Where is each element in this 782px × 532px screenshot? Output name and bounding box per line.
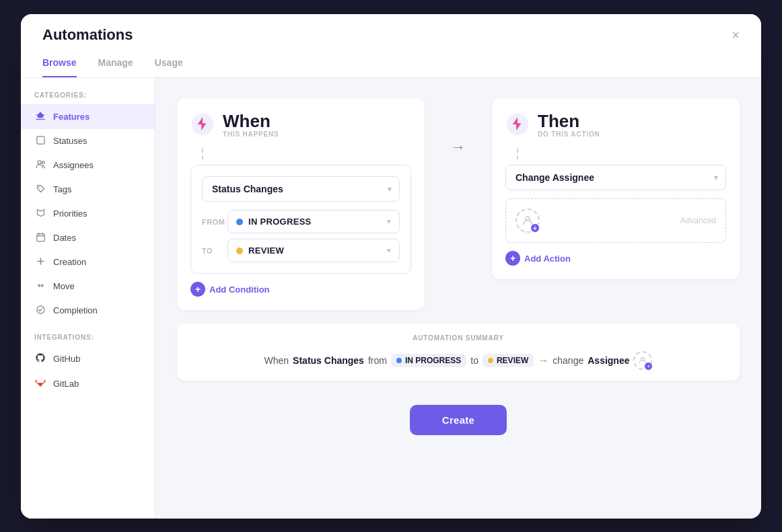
sidebar-label-gitlab: GitLab [53, 379, 79, 389]
assignee-placeholder[interactable]: + [516, 208, 540, 233]
summary-from-prefix: from [368, 355, 387, 366]
summary-assignee: + [633, 351, 652, 370]
sidebar: CATEGORIES: Features Statuses [21, 78, 155, 519]
tags-icon [34, 184, 46, 196]
sidebar-item-tags[interactable]: Tags [21, 178, 155, 202]
when-logo [190, 112, 215, 137]
to-status-select[interactable]: REVIEW ▾ [227, 239, 400, 262]
summary-label: AUTOMATION SUMMARY [193, 334, 723, 342]
sidebar-label-statuses: Statuses [53, 136, 87, 146]
then-title-group: Then DO THIS ACTION [538, 112, 600, 139]
summary-to-prefix: to [470, 355, 478, 366]
summary-from-status: IN PROGRESS [405, 356, 461, 365]
automations-modal: Automations × Browse Manage Usage CATEGO… [21, 14, 761, 519]
summary-from-dot [396, 358, 402, 363]
to-status-dot [236, 248, 243, 254]
integrations-section: INTEGRATIONS: GitHub GitLab [21, 334, 155, 396]
assignee-box: + Advanced [505, 198, 726, 243]
from-status-dot [236, 219, 243, 225]
summary-arrow-icon: → [538, 354, 548, 367]
add-action-icon: + [505, 251, 520, 266]
sidebar-item-move[interactable]: Move [21, 274, 155, 299]
svg-point-3 [38, 186, 40, 188]
to-row: TO REVIEW ▾ [202, 239, 400, 262]
sidebar-label-move: Move [53, 281, 75, 291]
summary-assignee-plus: + [644, 362, 653, 371]
from-chevron-icon: ▾ [387, 217, 391, 226]
categories-label: CATEGORIES: [21, 91, 155, 104]
sidebar-item-completion[interactable]: Completion [21, 299, 155, 323]
close-button[interactable]: × [732, 28, 740, 42]
statuses-icon [34, 135, 46, 147]
add-condition-label: Add Condition [209, 284, 270, 295]
dotted-connector-1 [202, 149, 411, 159]
action-select[interactable]: Change Assignee Change Status Change Pri… [505, 165, 726, 190]
trigger-select-row: Status Changes Status Created Status Del… [202, 176, 400, 202]
to-status-text: REVIEW [248, 245, 382, 256]
add-condition-button[interactable]: + Add Condition [190, 282, 270, 297]
sidebar-item-github[interactable]: GitHub [21, 346, 155, 371]
summary-text: When Status Changes from IN PROGRESS to … [193, 351, 723, 370]
summary-section: AUTOMATION SUMMARY When Status Changes f… [177, 324, 740, 381]
then-panel: Then DO THIS ACTION Change Assignee Chan… [492, 98, 740, 280]
sidebar-label-completion: Completion [53, 305, 98, 315]
sidebar-item-gitlab[interactable]: GitLab [21, 371, 155, 396]
sidebar-label-priorities: Priorities [53, 208, 87, 219]
summary-to-badge: REVIEW [483, 354, 534, 367]
header-top: Automations × [42, 26, 740, 44]
automation-row: When THIS HAPPENS Status Changes Status … [177, 98, 740, 311]
action-select-row: Change Assignee Change Status Change Pri… [505, 165, 726, 190]
from-to-rows: FROM IN PROGRESS ▾ TO [202, 210, 400, 262]
then-title: Then [538, 112, 600, 131]
add-action-button[interactable]: + Add Action [505, 251, 571, 266]
when-panel: When THIS HAPPENS Status Changes Status … [177, 98, 425, 311]
svg-rect-0 [36, 136, 44, 143]
when-title: When [223, 112, 279, 131]
when-subtitle: THIS HAPPENS [223, 130, 279, 138]
github-icon [34, 352, 46, 365]
sidebar-item-dates[interactable]: Dates [21, 226, 155, 250]
crown-icon [34, 110, 46, 123]
modal-body: CATEGORIES: Features Statuses [21, 78, 761, 519]
arrow-connector: → [438, 139, 478, 156]
summary-from-badge: IN PROGRESS [391, 354, 466, 367]
tab-browse[interactable]: Browse [42, 52, 77, 77]
summary-trigger: Status Changes [293, 355, 364, 366]
sidebar-label-github: GitHub [53, 354, 80, 364]
condition-box: Status Changes Status Created Status Del… [190, 165, 411, 274]
then-panel-header: Then DO THIS ACTION [505, 112, 726, 139]
trigger-select[interactable]: Status Changes Status Created Status Del… [202, 176, 400, 202]
assignees-icon [34, 159, 46, 172]
when-panel-header: When THIS HAPPENS [190, 112, 411, 139]
sidebar-label-dates: Dates [53, 233, 76, 243]
svg-point-2 [42, 161, 44, 163]
svg-rect-4 [36, 233, 44, 241]
tabs-container: Browse Manage Usage [42, 52, 740, 77]
sidebar-label-features: Features [53, 112, 90, 122]
sidebar-item-creation[interactable]: Creation [21, 250, 155, 274]
summary-action: Assignee [588, 355, 629, 366]
completion-icon [34, 305, 46, 317]
sidebar-item-features[interactable]: Features [21, 104, 155, 129]
add-condition-icon: + [190, 282, 205, 297]
then-logo [505, 112, 530, 137]
from-row: FROM IN PROGRESS ▾ [202, 210, 400, 233]
tab-usage[interactable]: Usage [155, 52, 183, 77]
main-content: When THIS HAPPENS Status Changes Status … [155, 78, 761, 519]
sidebar-item-statuses[interactable]: Statuses [21, 129, 155, 153]
sidebar-item-priorities[interactable]: Priorities [21, 202, 155, 226]
dotted-connector-2 [517, 149, 726, 159]
create-button[interactable]: Create [410, 405, 507, 435]
modal-header: Automations × Browse Manage Usage [21, 14, 761, 78]
sidebar-label-assignees: Assignees [53, 160, 94, 170]
advanced-link[interactable]: Advanced [680, 216, 716, 225]
from-status-select[interactable]: IN PROGRESS ▾ [227, 210, 400, 233]
add-action-label: Add Action [524, 254, 571, 264]
summary-action-prefix: change [553, 355, 583, 366]
sidebar-item-assignees[interactable]: Assignees [21, 153, 155, 178]
arrow-icon: → [451, 139, 466, 156]
tab-manage[interactable]: Manage [98, 52, 133, 77]
summary-to-dot [488, 358, 493, 363]
then-subtitle: DO THIS ACTION [538, 130, 600, 138]
move-icon [34, 280, 46, 293]
